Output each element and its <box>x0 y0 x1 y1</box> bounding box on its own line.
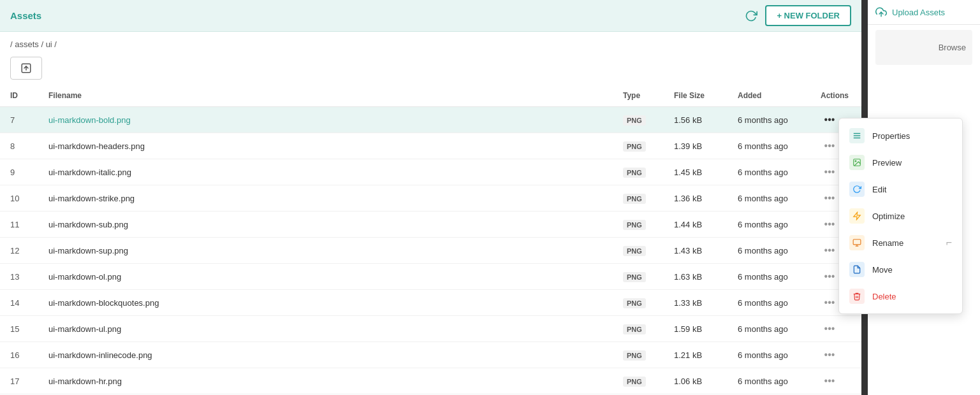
cursor-indicator: ⌐ <box>946 237 952 248</box>
refresh-button[interactable] <box>745 10 757 22</box>
cell-filesize: 1.36 kB <box>664 185 728 212</box>
cell-filename: ui-markdown-sub.png <box>38 212 613 238</box>
cell-type: PNG <box>613 212 664 238</box>
svg-rect-9 <box>853 240 861 245</box>
context-menu-item-rename[interactable]: Rename ⌐ <box>839 229 962 256</box>
action-menu-button[interactable]: ••• <box>821 164 838 180</box>
browse-box: Browse <box>875 30 972 65</box>
action-menu-button[interactable]: ••• <box>821 347 838 363</box>
action-menu-button[interactable]: ••• <box>821 269 838 284</box>
action-menu-button[interactable]: ••• <box>821 243 838 258</box>
context-icon-preview <box>849 155 865 170</box>
cell-filename: ui-markdown-italic.png <box>38 159 613 185</box>
table-row: 11 ui-markdown-sub.png PNG 1.44 kB 6 mon… <box>0 212 861 238</box>
action-menu-button[interactable]: ••• <box>821 321 838 336</box>
cell-id: 16 <box>0 342 38 368</box>
svg-point-7 <box>855 161 856 162</box>
context-label-edit: Edit <box>872 185 886 194</box>
table-row: 8 ui-markdown-headers.png PNG 1.39 kB 6 … <box>0 133 861 159</box>
cell-added: 6 months ago <box>728 159 810 185</box>
context-icon-edit <box>849 182 865 197</box>
cell-type: PNG <box>613 368 664 394</box>
context-menu-item-edit[interactable]: Edit <box>839 176 962 203</box>
context-menu-item-optimize[interactable]: Optimize <box>839 203 962 229</box>
cell-id: 17 <box>0 368 38 394</box>
cell-added: 6 months ago <box>728 264 810 290</box>
action-menu-button[interactable]: ••• <box>821 190 838 206</box>
cell-actions: ••• <box>810 368 861 394</box>
cell-filename: ui-markdown-ul.png <box>38 316 613 342</box>
cell-type: PNG <box>613 316 664 342</box>
cell-actions: ••• <box>810 316 861 342</box>
table-row: 7 ui-markdown-bold.png PNG 1.56 kB 6 mon… <box>0 107 861 133</box>
cell-type: PNG <box>613 159 664 185</box>
action-menu-button[interactable]: ••• <box>821 217 838 232</box>
assets-header: Assets + NEW FOLDER <box>0 0 861 32</box>
cell-id: 7 <box>0 107 38 133</box>
table-header-row: ID Filename Type File Size Added Actions <box>0 85 861 107</box>
action-menu-button[interactable]: ••• <box>821 112 838 127</box>
file-table-container: ID Filename Type File Size Added Actions… <box>0 85 861 395</box>
cell-id: 8 <box>0 133 38 159</box>
cell-filename: ui-markdown-inlinecode.png <box>38 342 613 368</box>
table-row: 15 ui-markdown-ul.png PNG 1.59 kB 6 mont… <box>0 316 861 342</box>
cell-id: 14 <box>0 290 38 316</box>
breadcrumb: / assets / ui / <box>0 32 861 54</box>
context-label-properties: Properties <box>872 131 910 141</box>
cell-type: PNG <box>613 238 664 264</box>
col-header-actions: Actions <box>810 85 861 107</box>
upload-assets-label: Upload Assets <box>892 8 945 17</box>
action-menu-button[interactable]: ••• <box>821 373 838 389</box>
cell-type: PNG <box>613 342 664 368</box>
cell-id: 13 <box>0 264 38 290</box>
context-icon-move <box>849 262 865 277</box>
cell-id: 12 <box>0 238 38 264</box>
cell-filename[interactable]: ui-markdown-bold.png <box>38 107 613 133</box>
cell-added: 6 months ago <box>728 368 810 394</box>
cell-type: PNG <box>613 185 664 212</box>
upload-icon-button[interactable] <box>10 57 42 80</box>
action-menu-button[interactable]: ••• <box>821 138 838 154</box>
context-menu-item-properties[interactable]: Properties <box>839 122 962 149</box>
cell-id: 15 <box>0 316 38 342</box>
context-icon-properties <box>849 128 865 143</box>
cell-id: 11 <box>0 212 38 238</box>
context-label-move: Move <box>872 265 893 275</box>
cell-filename: ui-markdown-hr.png <box>38 368 613 394</box>
new-folder-label: + NEW FOLDER <box>777 11 840 20</box>
cell-filesize: 1.44 kB <box>664 212 728 238</box>
cell-filename: ui-markdown-blockquotes.png <box>38 290 613 316</box>
context-label-preview: Preview <box>872 158 902 168</box>
cell-filesize: 1.21 kB <box>664 342 728 368</box>
upload-assets-area: Upload Assets <box>868 0 980 25</box>
cell-filesize: 1.45 kB <box>664 159 728 185</box>
cell-added: 6 months ago <box>728 316 810 342</box>
table-row: 14 ui-markdown-blockquotes.png PNG 1.33 … <box>0 290 861 316</box>
cell-filename: ui-markdown-ol.png <box>38 264 613 290</box>
col-header-filename: Filename <box>38 85 613 107</box>
col-header-added: Added <box>728 85 810 107</box>
action-menu-button[interactable]: ••• <box>821 295 838 310</box>
cell-added: 6 months ago <box>728 107 810 133</box>
context-icon-optimize <box>849 208 865 224</box>
context-menu-item-preview[interactable]: Preview <box>839 149 962 176</box>
header-title: Assets <box>10 10 745 21</box>
cell-filesize: 1.06 kB <box>664 368 728 394</box>
cell-filename: ui-markdown-sup.png <box>38 238 613 264</box>
table-row: 10 ui-markdown-strike.png PNG 1.36 kB 6 … <box>0 185 861 212</box>
col-header-type: Type <box>613 85 664 107</box>
cell-added: 6 months ago <box>728 342 810 368</box>
upload-assets-button[interactable]: Upload Assets <box>875 6 945 18</box>
cell-type: PNG <box>613 264 664 290</box>
cell-type: PNG <box>613 290 664 316</box>
file-table: ID Filename Type File Size Added Actions… <box>0 85 861 395</box>
cell-added: 6 months ago <box>728 133 810 159</box>
cell-filesize: 1.33 kB <box>664 290 728 316</box>
new-folder-button[interactable]: + NEW FOLDER <box>765 5 851 26</box>
upload-area <box>0 54 861 85</box>
cell-filesize: 1.59 kB <box>664 316 728 342</box>
cell-filesize: 1.39 kB <box>664 133 728 159</box>
context-menu-item-move[interactable]: Move <box>839 256 962 283</box>
context-label-optimize: Optimize <box>872 212 905 221</box>
context-menu-item-delete[interactable]: Delete <box>839 283 962 310</box>
